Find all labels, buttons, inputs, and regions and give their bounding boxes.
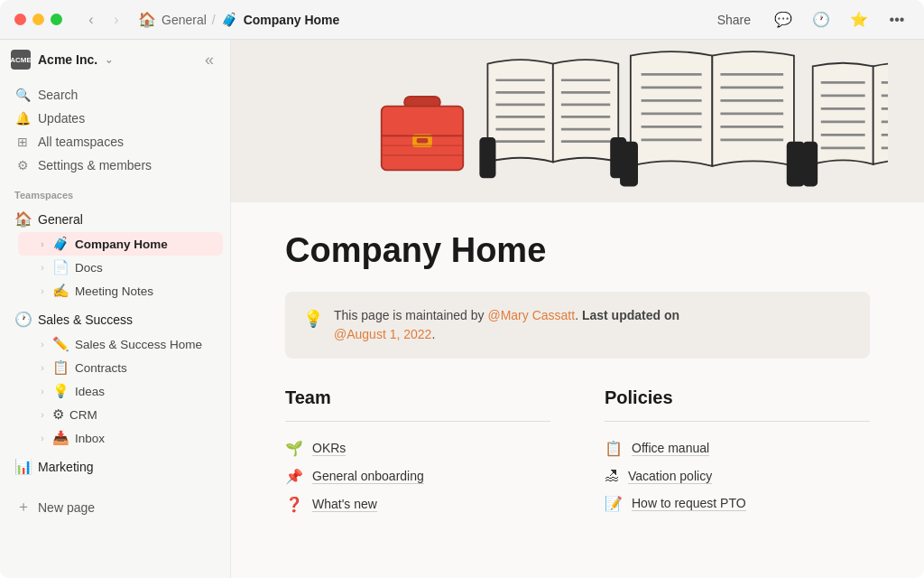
whats-new-label: What's new bbox=[312, 497, 377, 512]
chevron-icon: › bbox=[36, 239, 49, 249]
teamspace-marketing-header[interactable]: 📊 Marketing bbox=[7, 453, 223, 480]
svg-rect-20 bbox=[479, 137, 495, 178]
chevron-icon: › bbox=[36, 263, 49, 273]
back-button[interactable]: ‹ bbox=[80, 9, 102, 31]
list-item[interactable]: 🌱 OKRs bbox=[285, 434, 550, 462]
contracts-label: Contracts bbox=[75, 361, 127, 375]
sidebar-item-settings[interactable]: ⚙ Settings & members bbox=[7, 154, 223, 177]
list-item[interactable]: 🏖 Vacation policy bbox=[605, 462, 870, 489]
teamspace-general-header[interactable]: 🏠 General bbox=[7, 206, 223, 232]
list-item[interactable]: 📝 How to request PTO bbox=[605, 489, 870, 517]
chevron-icon: › bbox=[36, 363, 49, 373]
sidebar-item-meeting-notes[interactable]: › ✍️ Meeting Notes bbox=[18, 279, 223, 303]
office-manual-label: Office manual bbox=[632, 441, 709, 456]
window-chrome: ‹ › 🏠 General / 🧳 Company Home Share 💬 🕐… bbox=[0, 0, 924, 40]
chevron-icon: › bbox=[36, 387, 49, 396]
breadcrumb: 🏠 General / 🧳 Company Home bbox=[138, 11, 699, 28]
favorite-icon[interactable]: ⭐ bbox=[846, 7, 872, 33]
minimize-button[interactable] bbox=[32, 14, 44, 25]
page-body: Company Home 💡 This page is maintained b… bbox=[231, 202, 924, 555]
ideas-label: Ideas bbox=[75, 385, 105, 398]
breadcrumb-section[interactable]: General bbox=[162, 13, 207, 27]
info-date: @August 1, 2022 bbox=[334, 327, 431, 341]
meeting-notes-icon: ✍️ bbox=[52, 283, 69, 299]
chevron-icon: › bbox=[36, 410, 49, 420]
onboarding-icon: 📌 bbox=[285, 468, 303, 485]
header-illustration bbox=[267, 40, 888, 202]
sidebar-item-updates[interactable]: 🔔 Updates bbox=[7, 107, 223, 130]
chevron-icon: › bbox=[36, 434, 49, 443]
team-divider bbox=[285, 421, 550, 422]
teamspaces-icon: ⊞ bbox=[14, 135, 31, 149]
breadcrumb-current-page: Company Home bbox=[244, 13, 340, 27]
sales-home-label: Sales & Success Home bbox=[75, 338, 202, 351]
crm-label: CRM bbox=[69, 408, 97, 422]
workspace-logo: ACME bbox=[11, 50, 31, 70]
sidebar-item-sales-home[interactable]: › ✏️ Sales & Success Home bbox=[18, 332, 223, 356]
teamspaces-section-label: Teamspaces bbox=[0, 181, 230, 204]
list-item[interactable]: 📋 Office manual bbox=[605, 434, 870, 462]
workspace-chevron-icon: ⌄ bbox=[105, 54, 113, 66]
close-button[interactable] bbox=[14, 14, 26, 25]
sidebar-header: ACME Acme Inc. ⌄ « bbox=[0, 40, 230, 79]
sales-subtree: › ✏️ Sales & Success Home › 📋 Contracts … bbox=[7, 332, 223, 450]
page-header-image bbox=[231, 40, 924, 202]
settings-label: Settings & members bbox=[38, 158, 152, 172]
sidebar-item-inbox[interactable]: › 📥 Inbox bbox=[18, 426, 223, 450]
list-item[interactable]: ❓ What's new bbox=[285, 490, 550, 518]
app-body: ACME Acme Inc. ⌄ « 🔍 Search 🔔 Updates ⊞ … bbox=[0, 40, 924, 578]
svg-rect-34 bbox=[620, 142, 638, 187]
comments-icon[interactable]: 💬 bbox=[771, 7, 796, 33]
sidebar-item-contracts[interactable]: › 📋 Contracts bbox=[18, 356, 223, 379]
vacation-policy-icon: 🏖 bbox=[605, 468, 619, 484]
teamspace-sales-header[interactable]: 🕐 Sales & Success bbox=[7, 306, 223, 332]
pto-label: How to request PTO bbox=[632, 496, 746, 511]
workspace-label: Acme Inc. bbox=[38, 52, 97, 67]
teamspace-general: 🏠 General › 🧳 Company Home › 📄 Docs bbox=[7, 206, 223, 303]
plus-icon: ＋ bbox=[16, 498, 31, 517]
info-last-updated: Last updated on bbox=[582, 308, 679, 322]
policies-divider bbox=[605, 421, 870, 422]
fullscreen-button[interactable] bbox=[51, 14, 62, 25]
sidebar-item-crm[interactable]: › ⚙ CRM bbox=[18, 403, 223, 426]
sales-label: Sales & Success bbox=[38, 312, 133, 327]
svg-rect-4 bbox=[417, 138, 429, 143]
info-text-middle: . bbox=[575, 308, 582, 322]
breadcrumb-separator: / bbox=[212, 13, 216, 27]
sidebar-collapse-button[interactable]: « bbox=[199, 49, 219, 71]
list-item[interactable]: 📌 General onboarding bbox=[285, 462, 550, 490]
chevron-icon: › bbox=[36, 340, 49, 350]
sidebar-item-company-home[interactable]: › 🧳 Company Home bbox=[18, 232, 223, 256]
docs-label: Docs bbox=[75, 261, 103, 275]
settings-icon: ⚙ bbox=[14, 158, 31, 172]
sidebar-nav: 🔍 Search 🔔 Updates ⊞ All teamspaces ⚙ Se… bbox=[0, 79, 230, 181]
traffic-lights bbox=[14, 14, 62, 25]
sidebar-item-search[interactable]: 🔍 Search bbox=[7, 83, 223, 107]
svg-rect-35 bbox=[787, 142, 805, 187]
updates-icon: 🔔 bbox=[14, 111, 31, 126]
new-page-label: New page bbox=[38, 500, 95, 515]
okrs-icon: 🌱 bbox=[285, 440, 303, 457]
sidebar-teamspaces: 🏠 General › 🧳 Company Home › 📄 Docs bbox=[0, 204, 230, 485]
new-page-section: ＋ New page bbox=[0, 492, 230, 522]
teamspace-marketing: 📊 Marketing bbox=[7, 453, 223, 480]
share-button[interactable]: Share bbox=[710, 9, 758, 31]
docs-icon: 📄 bbox=[52, 259, 69, 275]
updates-label: Updates bbox=[38, 111, 85, 126]
new-page-button[interactable]: ＋ New page bbox=[7, 492, 223, 522]
sidebar-item-all-teamspaces[interactable]: ⊞ All teamspaces bbox=[7, 130, 223, 154]
info-period: . bbox=[431, 327, 435, 341]
search-label: Search bbox=[38, 88, 78, 102]
sidebar-item-docs[interactable]: › 📄 Docs bbox=[18, 256, 223, 279]
marketing-label: Marketing bbox=[38, 460, 93, 474]
info-box: 💡 This page is maintained by @Mary Cassa… bbox=[285, 292, 870, 359]
lightbulb-icon: 💡 bbox=[303, 306, 323, 344]
info-box-text: This page is maintained by @Mary Cassatt… bbox=[334, 306, 679, 344]
nav-arrows: ‹ › bbox=[80, 9, 127, 31]
more-options-icon[interactable]: ••• bbox=[884, 7, 910, 33]
policies-column: Policies 📋 Office manual 🏖 Vacation poli… bbox=[605, 387, 870, 518]
sidebar-item-ideas[interactable]: › 💡 Ideas bbox=[18, 379, 223, 403]
history-icon[interactable]: 🕐 bbox=[808, 7, 834, 33]
forward-button[interactable]: › bbox=[106, 9, 127, 31]
workspace-name[interactable]: ACME Acme Inc. ⌄ bbox=[11, 50, 113, 70]
